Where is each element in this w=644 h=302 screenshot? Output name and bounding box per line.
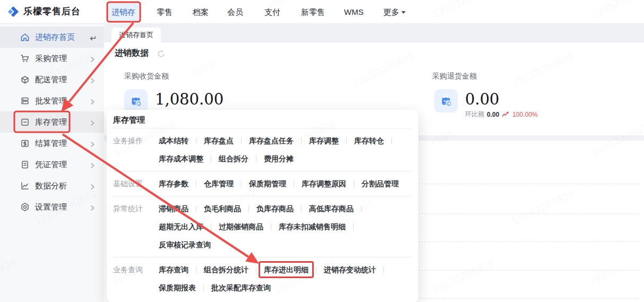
bag-out-icon	[439, 93, 453, 108]
sidebar-item-label: 采购管理	[35, 54, 67, 64]
sidebar-item-1[interactable]: 进销存首页	[0, 27, 104, 48]
nav-item-3[interactable]: 档案	[193, 0, 209, 24]
stat-value-return: 0.00	[465, 90, 500, 108]
app-window: 乐檬零售后台 进销存零售档案会员支付新零售WMS更多 进销存首页采购管理配送管理…	[0, 0, 644, 302]
popup-menu-item[interactable]: 分割品管理	[362, 179, 399, 188]
item-separator	[256, 266, 256, 273]
logo-icon	[7, 6, 19, 18]
item-separator	[383, 266, 384, 273]
popup-menu-item[interactable]: 库存调整	[309, 136, 339, 145]
popup-menu-item[interactable]: 超期无出入库	[159, 222, 203, 231]
package-icon	[20, 75, 30, 84]
popup-menu-item[interactable]: 保质期报表	[159, 283, 196, 292]
chevron-right-icon	[89, 119, 96, 125]
item-separator	[196, 205, 196, 212]
popup-menu-item[interactable]: 费用分摊	[264, 154, 294, 163]
popup-menu-item[interactable]: 高低库存商品	[309, 204, 354, 213]
nav-item-5[interactable]: 支付	[264, 0, 280, 24]
popup-menu-line: 库存查询组合拆分统计库存进出明细进销存变动统计	[159, 261, 412, 279]
item-separator	[211, 223, 211, 230]
popup-menu-item[interactable]: 库存成本调整	[159, 154, 203, 163]
sidebar-item-6[interactable]: 结算管理	[0, 133, 104, 154]
server-icon	[20, 96, 30, 106]
popup-menu-item[interactable]: 库存盘点	[204, 136, 234, 145]
popup-menu-item[interactable]: 过期催销商品	[219, 222, 263, 231]
popup-section-2: 基础设置库存参数仓库管理保质期管理库存调整原因分割品管理	[107, 171, 418, 196]
popup-menu-line: 滞销商品负毛利商品负库存商品高低库存商品	[159, 200, 412, 218]
sidebar: 进销存首页采购管理配送管理批发管理库存管理结算管理凭证管理数据分析设置管理	[0, 24, 104, 302]
popup-menu-item[interactable]: 保质期管理	[249, 179, 286, 188]
bag-in-icon	[128, 93, 143, 108]
compare-percent: 100.00%	[512, 111, 537, 118]
stat-label-return: 采购退货金额	[432, 72, 477, 81]
popup-menu-line: 保质期报表批次采配库存查询	[159, 279, 412, 297]
brand-logo[interactable]: 乐檬零售后台	[7, 5, 81, 18]
popup-section-label: 异常统计	[113, 200, 159, 254]
sidebar-item-9[interactable]: 设置管理	[0, 196, 104, 218]
popup-menu-item[interactable]: 组合拆分统计	[204, 265, 248, 274]
stat-compare-row: 环比额 0.00 100.00%	[465, 110, 538, 119]
refresh-icon[interactable]	[157, 50, 165, 58]
nav-item-4[interactable]: 会员	[227, 0, 243, 24]
popup-menu-item[interactable]: 仓库管理	[204, 179, 234, 188]
nav-item-6[interactable]: 新零售	[301, 0, 325, 24]
popup-menu-item[interactable]: 组合拆分	[219, 154, 248, 163]
gear-icon	[20, 202, 30, 212]
popup-menu-item[interactable]: 库存进出明细	[264, 265, 308, 274]
nav-item-7[interactable]: WMS	[344, 0, 364, 24]
nav-item-2[interactable]: 零售	[157, 0, 173, 24]
popup-menu-item[interactable]: 负毛利商品	[204, 204, 241, 213]
sidebar-item-3[interactable]: 配送管理	[0, 69, 104, 90]
popup-menu-item[interactable]: 滞销商品	[159, 204, 188, 213]
popup-menu-line: 成本结转库存盘点库存盘点任务库存调整库存转仓	[159, 132, 412, 150]
popup-menu-item[interactable]: 库存未扣减销售明细	[279, 222, 346, 231]
item-separator	[196, 137, 196, 144]
nav-item-1[interactable]: 进销存	[108, 3, 139, 21]
brand-name: 乐檬零售后台	[23, 5, 81, 18]
popup-menu-item[interactable]: 库存参数	[159, 179, 188, 188]
popup-menu-item[interactable]: 库存查询	[159, 265, 188, 274]
sidebar-item-8[interactable]: 数据分析	[0, 175, 104, 196]
chart-line-icon	[20, 181, 30, 191]
popup-menu-line: 反审核记录查询	[159, 236, 412, 254]
popup-menu-line: 库存参数仓库管理保质期管理库存调整原因分割品管理	[159, 175, 412, 193]
popup-menu-item[interactable]: 反审核记录查询	[159, 240, 211, 249]
popup-menu-item[interactable]: 成本结转	[159, 136, 188, 145]
nav-item-8[interactable]: 更多	[383, 0, 406, 24]
sidebar-item-2[interactable]: 采购管理	[0, 48, 104, 69]
popup-menu-item[interactable]: 批次采配库存查询	[211, 283, 271, 292]
purchase-return-icon	[434, 89, 458, 113]
popup-section-label: 业务操作	[113, 132, 159, 168]
tab-active[interactable]: 进销存首页	[111, 28, 161, 42]
trend-up-icon	[502, 111, 510, 117]
section-title: 进销数据	[115, 48, 149, 59]
sidebar-item-7[interactable]: 凭证管理	[0, 154, 104, 175]
dollar-square-icon	[20, 139, 30, 148]
stat-value-receive: 1,080.00	[155, 90, 224, 108]
chevron-right-icon	[89, 55, 96, 62]
sidebar-item-5[interactable]: 库存管理	[0, 111, 104, 133]
popup-menu-item[interactable]: 库存调整原因	[302, 179, 346, 188]
popup-menu-line: 超期无出入库过期催销商品库存未扣减销售明细	[159, 218, 412, 236]
sidebar-item-label: 数据分析	[35, 181, 67, 191]
popup-menu-item[interactable]: 库存转仓	[354, 136, 384, 145]
popup-menu-item[interactable]: 负库存商品	[256, 204, 294, 213]
chevron-right-icon	[89, 98, 96, 104]
item-separator	[354, 180, 354, 187]
sidebar-item-label: 批发管理	[35, 96, 67, 106]
sidebar-item-label: 设置管理	[35, 202, 67, 212]
popup-menu-item[interactable]: 进销存变动统计	[324, 265, 376, 274]
compare-value: 0.00	[487, 111, 499, 118]
home-icon	[20, 32, 30, 42]
compare-label: 环比额	[465, 110, 484, 119]
tab-strip	[104, 24, 644, 42]
item-separator	[353, 223, 354, 230]
item-separator	[196, 266, 196, 273]
sidebar-item-4[interactable]: 批发管理	[0, 90, 104, 111]
cart-icon	[20, 54, 30, 63]
purchase-receive-icon	[124, 89, 148, 113]
sidebar-item-label: 结算管理	[35, 139, 67, 149]
popup-menu-item[interactable]: 库存盘点任务	[249, 136, 294, 145]
popup-section-1: 业务操作成本结转库存盘点库存盘点任务库存调整库存转仓库存成本调整组合拆分费用分摊	[107, 128, 418, 171]
sidebar-item-label: 库存管理	[35, 117, 67, 127]
